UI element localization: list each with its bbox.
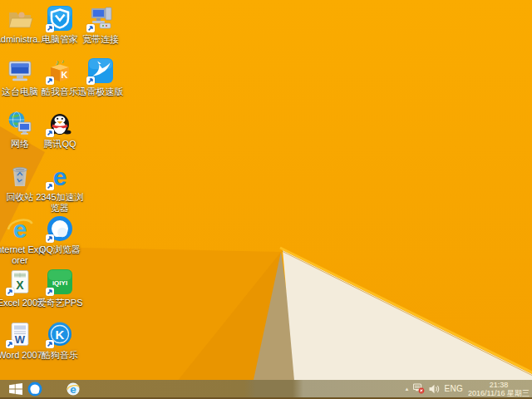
computer-icon — [7, 57, 33, 84]
ie-icon: e — [7, 215, 33, 242]
volume-icon[interactable] — [429, 380, 440, 397]
desktop-icon-broadband[interactable]: 宽带连接 — [74, 5, 127, 45]
word-icon: W — [7, 321, 33, 347]
shortcut-arrow-icon — [46, 76, 54, 85]
bird-icon — [87, 57, 114, 84]
kugou-icon: K — [47, 321, 73, 347]
show-hidden-icons-button[interactable]: ▲ — [404, 387, 409, 392]
shortcut-arrow-icon — [46, 129, 54, 137]
svg-text:♪: ♪ — [62, 58, 64, 64]
shortcut-arrow-icon — [86, 24, 95, 32]
penguin-icon — [47, 110, 73, 136]
shortcut-arrow-icon — [46, 182, 54, 190]
shortcut-arrow-icon — [46, 234, 54, 243]
icon-label: QQ浏览器 — [39, 244, 81, 255]
blue-e-icon: e — [47, 163, 73, 190]
icon-label: 电脑管家 — [42, 34, 78, 45]
desktop-icon-kugou[interactable]: K 酷狗音乐 — [33, 321, 86, 361]
icon-label: 腾讯QQ — [43, 139, 76, 150]
network-computers-icon — [87, 5, 114, 32]
clock-time: 21:38 — [467, 381, 530, 389]
excel-icon: X — [7, 268, 33, 295]
svg-text:W: W — [15, 333, 26, 346]
svg-text:K: K — [56, 328, 65, 342]
language-indicator[interactable]: ENG — [444, 384, 463, 393]
start-button[interactable] — [5, 380, 27, 397]
icon-label: 2345加速浏览器 — [33, 192, 86, 213]
clock-date: 2016/11/16 星期三 — [467, 389, 530, 397]
taskbar: e ▲ ENG 21:38 2016/11/16 星期三 — [0, 380, 532, 399]
svg-text:X: X — [16, 278, 24, 292]
iqiyi-icon: iQIYI — [47, 268, 73, 295]
shortcut-arrow-icon — [86, 76, 95, 85]
user-folder-icon — [7, 5, 33, 32]
shortcut-arrow-icon — [46, 340, 54, 348]
circle-cloud-icon — [47, 215, 73, 242]
taskbar-qq-browser-button[interactable] — [27, 380, 43, 397]
shortcut-arrow-icon — [46, 24, 54, 32]
icon-label: 酷我音乐 — [42, 86, 78, 97]
system-tray: ▲ ENG 21:38 2016/11/16 星期三 — [404, 380, 530, 397]
svg-text:e: e — [53, 163, 67, 190]
windows-logo-icon — [9, 383, 22, 395]
icon-label: 宽带连接 — [82, 34, 119, 45]
desktop-icon-qq-browser[interactable]: QQ浏览器 — [33, 215, 86, 255]
taskbar-clock[interactable]: 21:38 2016/11/16 星期三 — [467, 381, 530, 397]
taskbar-internet-explorer-button[interactable]: e — [65, 380, 81, 397]
icon-label: 迅雷极速版 — [78, 86, 124, 97]
icon-label: 回收站 — [7, 192, 34, 203]
icon-label: 爱奇艺PPS — [37, 298, 82, 308]
desktop-icon-iqiyi[interactable]: iQIYI 爱奇艺PPS — [33, 268, 86, 308]
icon-label: 酷狗音乐 — [42, 350, 78, 361]
recycle-bin-icon — [7, 163, 33, 190]
music-cube-icon: K ♪ ♪ — [47, 57, 73, 84]
svg-text:♪: ♪ — [56, 58, 60, 66]
desktop-icon-2345-browser[interactable]: e 2345加速浏览器 — [33, 163, 86, 213]
shield-check-icon — [47, 5, 73, 32]
svg-text:K: K — [62, 70, 68, 80]
shortcut-arrow-icon — [6, 288, 14, 296]
shortcut-arrow-icon — [6, 340, 14, 348]
network-status-icon[interactable] — [413, 380, 425, 397]
icon-label: 网络 — [11, 139, 29, 150]
ie-icon: e — [66, 382, 81, 397]
qq-browser-icon — [27, 382, 42, 397]
desktop-icon-qq[interactable]: 腾讯QQ — [33, 110, 86, 150]
desktop-icon-xunlei[interactable]: 迅雷极速版 — [74, 57, 127, 97]
svg-text:iQIYI: iQIYI — [52, 279, 67, 287]
globe-computer-icon — [7, 110, 33, 136]
shortcut-arrow-icon — [46, 288, 54, 296]
